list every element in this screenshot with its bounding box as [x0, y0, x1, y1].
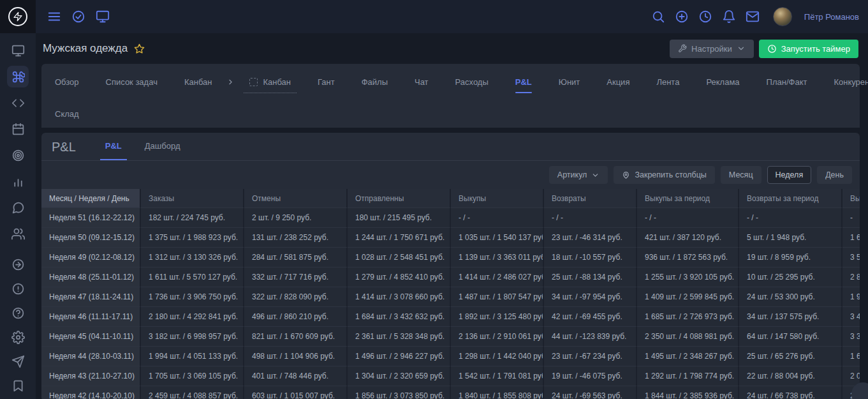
- table-row[interactable]: Неделя 50 (09.12-15.12)1 375 шт. / 1 988…: [41, 228, 860, 248]
- sidebar-item-users[interactable]: [7, 223, 29, 245]
- breadcrumb-chevron-icon: [225, 64, 236, 100]
- table-cell: 19 шт. / -46 075 руб.: [544, 366, 637, 386]
- table-row[interactable]: Неделя 48 (25.11-01.12)1 611 шт. / 5 570…: [41, 267, 860, 287]
- users-icon: [11, 227, 25, 241]
- app-logo[interactable]: [0, 0, 36, 33]
- nav-tab[interactable]: Список задач: [92, 64, 171, 100]
- sidebar-item-target[interactable]: [7, 144, 29, 166]
- topbar-right-icons: [651, 10, 760, 24]
- table-header-cell[interactable]: Отмены: [244, 189, 348, 208]
- nav-tab[interactable]: Лента: [643, 64, 693, 100]
- table-cell: 1 414 шт. / 3 078 660 руб.: [348, 287, 451, 307]
- table-cell: 1 298 шт. / 1 442 040 руб.: [451, 347, 544, 366]
- table-header-cell[interactable]: Выкупы: [451, 189, 544, 208]
- nav-tab[interactable]: P&L: [502, 64, 545, 100]
- pl-subtab[interactable]: Дашборд: [133, 141, 192, 160]
- table-row[interactable]: Неделя 43 (21.10-27.10)1 705 шт. / 3 069…: [41, 366, 860, 386]
- sidebar-item-arrow-right-circle[interactable]: [7, 253, 29, 275]
- sidebar-item-calendar[interactable]: [7, 118, 29, 140]
- nav-tab-label: Юнит: [559, 77, 580, 87]
- table-row[interactable]: Неделя 45 (04.11-10.11)3 182 шт. / 6 998…: [41, 327, 860, 347]
- table-cell: 2 350 шт. / 4 088 981 руб.: [637, 327, 739, 347]
- search-icon[interactable]: [651, 10, 665, 24]
- table-cell: 1 255 шт. / 3 920 105 руб.: [637, 267, 739, 287]
- table-cell: 2 180 шт. / 4 292 841 руб.: [141, 307, 244, 327]
- nav-tab[interactable]: Конкуренты: [820, 64, 868, 100]
- menu-icon[interactable]: [47, 10, 61, 24]
- sidebar-item-command[interactable]: [7, 66, 29, 87]
- star-icon[interactable]: [134, 43, 145, 54]
- nav-tab[interactable]: Юнит: [545, 64, 594, 100]
- settings-button[interactable]: Настройки: [670, 40, 754, 58]
- nav-tab[interactable]: Обзор: [41, 64, 92, 100]
- sidebar-item-monitor[interactable]: [7, 40, 29, 61]
- table-row[interactable]: Неделя 46 (11.11-17.11)2 180 шт. / 4 292…: [41, 307, 860, 327]
- table-header-cell[interactable]: Выкупы за период: [637, 189, 739, 208]
- period-button-Месяц[interactable]: Месяц: [721, 166, 761, 184]
- pl-subtab[interactable]: P&L: [94, 141, 133, 160]
- sidebar-item-bookmark[interactable]: [7, 375, 29, 396]
- table-cell: 25 шт. / -88 134 руб.: [544, 267, 637, 287]
- table-row[interactable]: Неделя 47 (18.11-24.11)1 736 шт. / 3 906…: [41, 287, 860, 307]
- table-row[interactable]: Неделя 49 (02.12-08.12)1 312 шт. / 3 130…: [41, 248, 860, 267]
- pin-columns-button[interactable]: Закрепить столбцы: [614, 166, 714, 184]
- sidebar-item-alert-circle[interactable]: [7, 278, 29, 299]
- table-header-cell[interactable]: Отправленны: [348, 189, 451, 208]
- start-timer-button[interactable]: Запустить таймер: [759, 40, 858, 58]
- clock-icon[interactable]: [698, 10, 712, 24]
- sidebar-item-bar-chart[interactable]: [7, 170, 29, 192]
- bell-icon[interactable]: [722, 10, 736, 24]
- check-circle-icon[interactable]: [71, 10, 85, 24]
- table-cell: 24 шт. / -69 563 руб.: [544, 386, 637, 399]
- pin-columns-label: Закрепить столбцы: [635, 170, 706, 179]
- period-button-Неделя[interactable]: Неделя: [767, 166, 812, 184]
- table-cell: 496 шт. / 860 210 руб.: [244, 307, 348, 327]
- table-header-cell[interactable]: Возвраты: [544, 189, 637, 208]
- table-cell: -: [842, 208, 860, 228]
- plus-circle-icon[interactable]: [675, 10, 689, 24]
- bar-chart-icon: [11, 175, 25, 188]
- table-cell: 1 028 шт. / 2 548 451 руб.: [348, 248, 451, 267]
- nav-tab[interactable]: Канбан: [236, 64, 304, 100]
- monitor-icon[interactable]: [96, 10, 110, 24]
- table-row[interactable]: Неделя 42 (14.10-20.10)2 459 шт. / 4 088…: [41, 386, 860, 399]
- sidebar-item-code[interactable]: [7, 92, 29, 114]
- table-cell: 2 361 шт. / 5 328 348 руб.: [348, 327, 451, 347]
- table-cell: 19 шт. / 8 959 руб.: [739, 248, 842, 267]
- table-row[interactable]: Неделя 51 (16.12-22.12)182 шт. / 224 745…: [41, 208, 860, 228]
- mail-icon[interactable]: [746, 10, 760, 24]
- project-tabs-row-1: ОбзорСписок задачКанбанКанбанГантФайлыЧа…: [41, 64, 860, 100]
- sidebar-item-send[interactable]: [7, 350, 29, 372]
- nav-tab[interactable]: Канбан: [171, 64, 226, 100]
- table-cell: - / -: [544, 208, 637, 228]
- nav-tab[interactable]: Чат: [401, 64, 442, 100]
- table-header-cell[interactable]: Возвраты за период: [739, 189, 842, 208]
- period-button-День[interactable]: День: [817, 166, 852, 184]
- nav-tab[interactable]: План/Факт: [753, 64, 821, 100]
- timer-clock-slot: [767, 44, 777, 54]
- pl-panel: P&L P&LДашборд Артикул Закрепить столбцы…: [41, 133, 860, 399]
- chevron-down-icon: [591, 171, 600, 179]
- user-avatar[interactable]: [773, 7, 792, 26]
- nav-tab-label: Реклама: [706, 77, 739, 87]
- user-name[interactable]: Пётр Романов: [804, 12, 859, 22]
- table-cell: 24 шт. / 66 738 руб.: [739, 386, 842, 399]
- nav-tab[interactable]: Реклама: [693, 64, 753, 100]
- article-dropdown[interactable]: Артикул: [549, 166, 608, 184]
- table-cell: 25 шт. / 65 276 руб.: [739, 347, 842, 366]
- table-cell: Неделя 42 (14.10-20.10): [41, 386, 141, 399]
- nav-tab[interactable]: Акция: [593, 64, 643, 100]
- sidebar-item-help-circle[interactable]: [7, 302, 29, 324]
- nav-tab[interactable]: Гант: [304, 64, 348, 100]
- nav-tab[interactable]: Склад: [41, 100, 92, 128]
- table-cell: Неделя 48 (25.11-01.12): [41, 267, 141, 287]
- nav-tab[interactable]: Расходы: [442, 64, 502, 100]
- sidebar-item-settings[interactable]: [7, 326, 29, 348]
- table-row[interactable]: Неделя 44 (28.10-03.11)1 994 шт. / 4 051…: [41, 347, 860, 366]
- table-header-cell[interactable]: Месяц / Неделя / День: [41, 189, 141, 208]
- nav-tab[interactable]: Файлы: [348, 64, 401, 100]
- project-tabs-panel: ОбзорСписок задачКанбанКанбанГантФайлыЧа…: [41, 64, 860, 128]
- sidebar-item-chat[interactable]: [7, 197, 29, 218]
- table-header-cell[interactable]: Вы: [842, 189, 860, 208]
- table-header-cell[interactable]: Заказы: [141, 189, 244, 208]
